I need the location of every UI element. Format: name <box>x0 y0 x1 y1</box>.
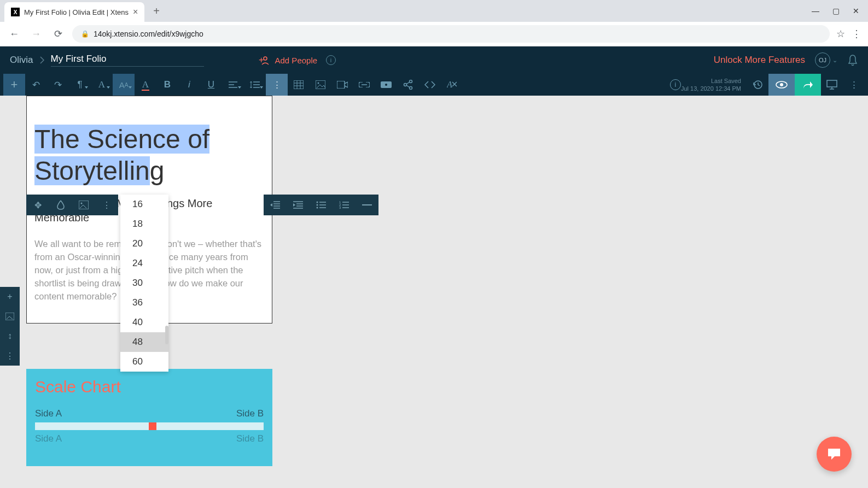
window-minimize-icon[interactable]: — <box>812 7 819 15</box>
toolbar-more-icon[interactable]: ⋮ <box>843 74 865 96</box>
clear-formatting-icon[interactable]: A <box>441 74 463 96</box>
folio-title[interactable]: My First Folio <box>51 54 204 67</box>
font-size-option[interactable]: 48 <box>120 332 168 352</box>
bookmark-star-icon[interactable]: ☆ <box>836 28 845 40</box>
font-size-option[interactable]: 60 <box>120 352 168 372</box>
italic-icon[interactable]: i <box>178 74 200 96</box>
window-close-icon[interactable]: ✕ <box>853 7 859 15</box>
line-height-dropdown[interactable] <box>244 74 266 96</box>
unordered-list-icon[interactable] <box>310 195 333 215</box>
rail-image-icon[interactable] <box>0 307 20 326</box>
font-family-dropdown[interactable]: A <box>91 74 113 96</box>
tab-title: My First Folio | Olivia Edit | Xtens <box>24 8 129 16</box>
chart-slider-handle[interactable] <box>149 422 156 430</box>
info-icon[interactable]: i <box>670 79 681 90</box>
window-maximize-icon[interactable]: ▢ <box>832 7 840 15</box>
block-toolbar-right: 123 <box>264 195 378 215</box>
font-size-option[interactable]: 16 <box>120 195 168 214</box>
font-size-option[interactable]: 24 <box>120 254 168 273</box>
redo-icon[interactable]: ↷ <box>47 74 69 96</box>
font-size-option[interactable]: 40 <box>120 313 168 332</box>
dropdown-scrollbar[interactable] <box>165 326 168 344</box>
new-tab-button[interactable]: + <box>153 5 160 17</box>
formatting-toolbar: + ↶ ↷ ¶ A AA A B i U ⋮ A i Last Saved Ju… <box>0 74 868 96</box>
horizontal-rule-icon[interactable] <box>356 195 378 215</box>
chart-labels: Side A Side B <box>35 408 264 419</box>
paragraph-format-dropdown[interactable]: ¶ <box>69 74 91 96</box>
chart-side-b-label[interactable]: Side B <box>236 408 264 419</box>
font-size-option[interactable]: 36 <box>120 293 168 313</box>
insert-video-icon[interactable] <box>331 74 353 96</box>
history-icon[interactable] <box>747 74 768 96</box>
chart-side-b-label-2[interactable]: Side B <box>236 433 264 444</box>
insert-image-icon[interactable] <box>310 74 331 96</box>
svg-point-28 <box>780 83 783 86</box>
svg-point-44 <box>317 207 318 209</box>
browser-menu-icon[interactable]: ⋮ <box>852 28 861 40</box>
ordered-list-icon[interactable]: 123 <box>333 195 356 215</box>
chevron-down-icon: ⌄ <box>832 57 837 64</box>
block-more-icon[interactable]: ⋮ <box>95 195 118 215</box>
embed-code-icon[interactable] <box>419 74 441 96</box>
scale-chart-block[interactable]: Scale Chart Side A Side B Side A Side B <box>26 369 272 466</box>
svg-point-1 <box>264 57 267 60</box>
svg-point-20 <box>410 87 412 90</box>
insert-button-icon[interactable] <box>375 74 397 96</box>
svg-text:+: + <box>259 55 264 64</box>
font-size-option[interactable]: 20 <box>120 234 168 254</box>
insert-link-icon[interactable] <box>353 74 375 96</box>
app-header: Olivia My First Folio + Add People i Unl… <box>0 46 868 74</box>
text-color-icon[interactable]: A <box>135 74 156 96</box>
unlock-features-link[interactable]: Unlock More Features <box>714 55 805 66</box>
rail-resize-icon[interactable]: ↕ <box>0 326 20 346</box>
image-icon[interactable] <box>72 195 95 215</box>
insert-table-icon[interactable] <box>288 74 310 96</box>
nav-back-icon[interactable]: ← <box>7 28 22 40</box>
user-menu[interactable]: OJ ⌄ <box>815 52 837 68</box>
chart-title[interactable]: Scale Chart <box>35 378 264 396</box>
svg-point-33 <box>81 203 83 204</box>
font-size-dropdown[interactable]: AA <box>113 74 135 96</box>
bold-icon[interactable]: B <box>156 74 178 96</box>
present-icon[interactable] <box>821 74 843 96</box>
svg-point-43 <box>317 204 318 206</box>
svg-point-19 <box>404 84 407 86</box>
font-size-option[interactable]: 30 <box>120 273 168 293</box>
notifications-icon[interactable] <box>847 54 858 66</box>
nav-reload-icon[interactable]: ⟳ <box>50 28 66 40</box>
underline-icon[interactable]: U <box>200 74 222 96</box>
droplet-icon[interactable] <box>49 195 72 215</box>
chart-side-a-label[interactable]: Side A <box>35 408 62 419</box>
font-size-menu: 16 18 20 24 30 36 40 48 60 <box>120 195 168 372</box>
chart-slider-track[interactable] <box>35 422 264 430</box>
font-size-option[interactable]: 18 <box>120 214 168 234</box>
url-input[interactable]: 🔒 14okj.xtensio.com/edit/x9wjgcho <box>72 25 830 43</box>
lock-icon: 🔒 <box>81 30 89 38</box>
rail-more-icon[interactable]: ⋮ <box>0 346 20 366</box>
chart-side-a-label-2[interactable]: Side A <box>35 433 62 444</box>
indent-icon[interactable] <box>287 195 310 215</box>
align-dropdown[interactable] <box>222 74 244 96</box>
breadcrumb-user[interactable]: Olivia <box>10 55 33 66</box>
preview-button[interactable] <box>768 74 795 96</box>
breadcrumb: Olivia My First Folio <box>10 54 204 67</box>
share-network-icon[interactable] <box>397 74 419 96</box>
chat-fab[interactable] <box>817 437 852 472</box>
outdent-icon[interactable] <box>264 195 287 215</box>
browser-tab[interactable]: X My First Folio | Olivia Edit | Xtens × <box>4 2 144 22</box>
headline[interactable]: The Science of Storytelling <box>34 124 264 186</box>
svg-point-18 <box>410 80 412 83</box>
tab-close-icon[interactable]: × <box>133 7 138 17</box>
last-saved-status: Last Saved Jul 13, 2020 12:34 PM <box>681 77 741 93</box>
share-button[interactable] <box>795 74 821 96</box>
info-icon[interactable]: i <box>326 55 336 65</box>
chart-labels-2: Side A Side B <box>35 433 264 444</box>
add-section-button[interactable]: + <box>3 74 25 96</box>
more-formatting-icon[interactable]: ⋮ <box>266 74 288 96</box>
undo-icon[interactable]: ↶ <box>25 74 47 96</box>
rail-add-icon[interactable]: + <box>0 287 20 307</box>
move-icon[interactable]: ✥ <box>26 195 49 215</box>
add-people-button[interactable]: + Add People i <box>259 55 336 65</box>
svg-rect-8 <box>294 80 304 89</box>
svg-point-42 <box>317 202 318 203</box>
